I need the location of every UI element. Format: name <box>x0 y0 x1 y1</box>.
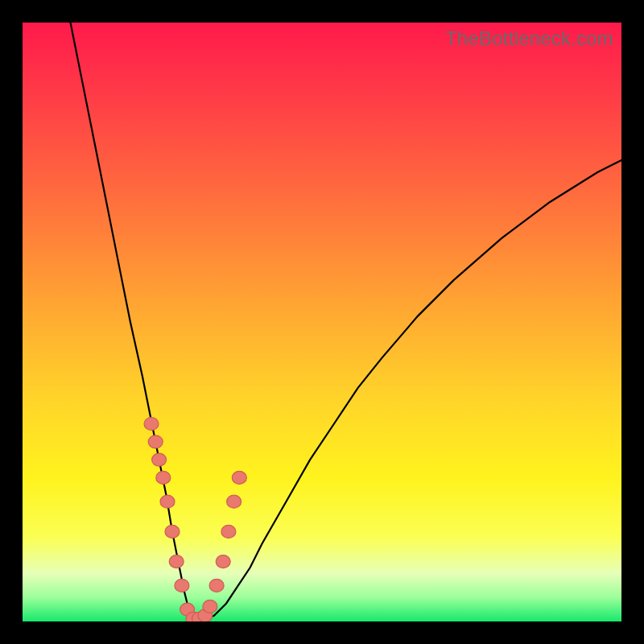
data-point <box>144 418 159 431</box>
data-point <box>209 579 224 592</box>
data-point <box>232 471 246 484</box>
data-point <box>165 525 180 538</box>
data-point <box>169 555 184 568</box>
bottleneck-curve <box>71 23 622 621</box>
marker-group <box>144 418 246 622</box>
data-point <box>203 600 217 613</box>
plot-area: TheBottleneck.com <box>23 23 621 621</box>
data-point <box>160 495 175 508</box>
chart-svg <box>23 23 621 621</box>
data-point <box>152 453 167 466</box>
data-point <box>221 525 236 538</box>
data-point <box>156 471 171 484</box>
frame: TheBottleneck.com <box>0 0 644 644</box>
data-point <box>227 495 242 508</box>
data-point <box>175 579 189 592</box>
data-point <box>148 436 163 448</box>
data-point <box>216 555 230 568</box>
